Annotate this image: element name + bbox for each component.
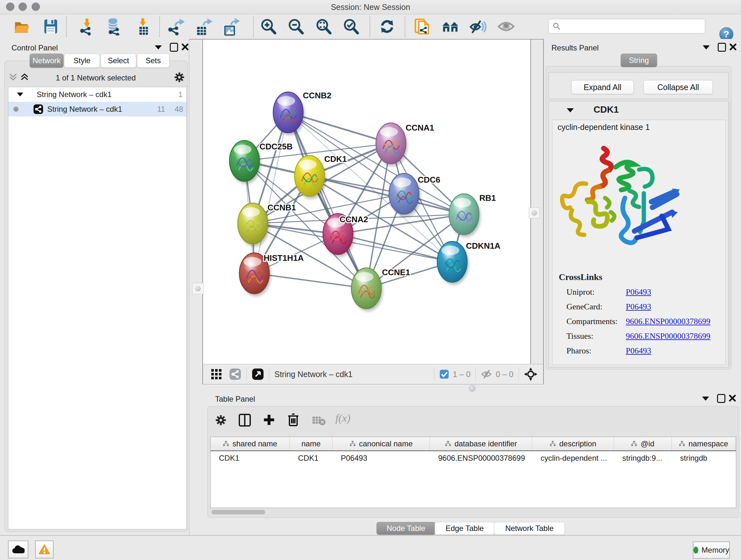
expand-all-button[interactable]: Expand All <box>571 80 634 94</box>
tab-style[interactable]: Style <box>64 54 100 68</box>
column-header-database-identifier[interactable]: database identifier <box>430 437 532 450</box>
table-cell[interactable]: stringdb <box>672 451 736 465</box>
export-network-button[interactable] <box>165 15 188 38</box>
export-image-button[interactable] <box>220 15 243 38</box>
import-network-file-button[interactable] <box>75 15 98 38</box>
edge-CCNB2-HIST1H1A[interactable] <box>254 112 288 273</box>
column-header-description[interactable]: description <box>532 437 614 450</box>
node-CDK1[interactable] <box>294 155 326 199</box>
crosslink-link[interactable]: 9606.ENSP00000378699 <box>626 317 711 326</box>
network-view-icon[interactable] <box>229 368 241 380</box>
table-cell[interactable]: CDK1 <box>290 451 333 465</box>
horizontal-splitter-grip[interactable] <box>469 385 475 392</box>
memory-button[interactable]: Memory <box>693 542 730 559</box>
add-column-icon[interactable] <box>263 414 275 426</box>
warnings-button[interactable] <box>35 541 54 558</box>
zoom-in-button[interactable] <box>257 15 280 38</box>
network-collection-row[interactable]: String Network – cdk1 1 <box>8 87 186 102</box>
crosslink-link[interactable]: P06493 <box>626 287 651 297</box>
string-results-container: Expand All Collapse All CDK1 cyclin-depe… <box>546 66 731 369</box>
show-columns-icon[interactable] <box>239 414 251 427</box>
control-panel: Control Panel Network Style Select Sets … <box>0 39 189 535</box>
table-hscrollbar-thumb[interactable] <box>212 510 265 514</box>
node-CCNB2[interactable] <box>273 92 305 135</box>
column-type-icon <box>549 441 556 447</box>
tab-edge-table[interactable]: Edge Table <box>434 522 495 535</box>
zoom-out-button[interactable] <box>284 15 307 38</box>
node-CCNE1[interactable] <box>351 268 383 311</box>
save-session-button[interactable] <box>39 15 62 38</box>
table-cell[interactable]: CDK1 <box>211 451 290 465</box>
refresh-button[interactable] <box>376 15 399 38</box>
expand-all-icon[interactable] <box>20 72 29 82</box>
delete-column-icon[interactable] <box>287 413 300 427</box>
tab-select[interactable]: Select <box>100 54 136 68</box>
home-button[interactable] <box>439 15 462 38</box>
column-header-shared-name[interactable]: shared name <box>211 437 290 450</box>
table-cell[interactable]: 9606.ENSP00000378699 <box>430 451 532 465</box>
table-cell[interactable]: stringdb:9... <box>614 451 672 465</box>
tab-network[interactable]: Network <box>30 54 64 68</box>
column-header-label: database identifier <box>455 439 517 448</box>
toolbar-separator <box>269 367 269 381</box>
tab-string-results[interactable]: String <box>621 54 657 67</box>
crosslink-link[interactable]: 9606.ENSP00000378699 <box>626 331 711 341</box>
zoom-fit-button[interactable] <box>312 15 335 38</box>
table-settings-gear-icon[interactable] <box>215 414 227 426</box>
tab-sets[interactable]: Sets <box>137 54 170 68</box>
function-builder-button: f(x) <box>335 412 350 424</box>
column-header--id[interactable]: @id <box>614 437 672 450</box>
search-input[interactable] <box>548 19 705 34</box>
collapse-all-button[interactable]: Collapse All <box>643 80 713 94</box>
node-table: shared namenamecanonical namedatabase id… <box>210 437 736 508</box>
crosslink-link[interactable]: P06493 <box>626 346 651 356</box>
network-row-selected[interactable]: String Network – cdk1 11 48 <box>8 102 186 117</box>
table-row[interactable]: CDK1CDK1P064939606.ENSP00000378699cyclin… <box>211 451 736 465</box>
hide-selected-button[interactable] <box>466 15 489 38</box>
network-options-gear-icon[interactable] <box>174 71 185 83</box>
crosslink-link[interactable]: P06493 <box>626 302 651 312</box>
table-panel-float-icon[interactable] <box>717 394 725 403</box>
control-panel-float-icon[interactable] <box>170 43 178 52</box>
toolbar-separator <box>246 367 247 381</box>
results-panel-float-icon[interactable] <box>718 43 726 52</box>
column-header-canonical-name[interactable]: canonical name <box>333 437 430 450</box>
node-label-CCNB2: CCNB2 <box>303 91 332 100</box>
table-cell[interactable]: P06493 <box>333 451 430 465</box>
table-panel-menu-icon[interactable] <box>702 396 709 401</box>
column-header-namespace[interactable]: namespace <box>672 437 736 450</box>
results-panel-close-icon[interactable] <box>729 43 737 51</box>
cloud-status-button[interactable] <box>8 541 28 558</box>
results-scrollbar[interactable] <box>728 101 731 367</box>
edge-HIST1H1A-CCNE1[interactable] <box>254 273 366 288</box>
pan-crosshair-icon[interactable] <box>524 368 537 381</box>
collapse-all-icon[interactable] <box>9 72 17 82</box>
show-all-button[interactable] <box>495 15 518 38</box>
tree-expand-icon[interactable] <box>17 92 23 97</box>
zoom-selected-button[interactable] <box>340 15 362 38</box>
table-panel-close-icon[interactable] <box>729 394 736 402</box>
import-network-database-button[interactable] <box>102 15 125 38</box>
grid-view-icon[interactable] <box>211 368 222 380</box>
tab-network-table[interactable]: Network Table <box>494 522 565 535</box>
birdseye-view-icon[interactable] <box>252 368 264 380</box>
import-table-button[interactable] <box>131 15 154 38</box>
results-panel-menu-icon[interactable] <box>703 45 710 50</box>
control-panel-close-icon[interactable] <box>181 43 189 51</box>
control-panel-menu-icon[interactable] <box>155 45 162 50</box>
open-session-button[interactable] <box>10 15 33 38</box>
clone-network-button[interactable] <box>411 15 434 38</box>
table-cell[interactable]: cyclin-dependent ... <box>532 451 614 465</box>
node-RB1[interactable] <box>449 194 481 237</box>
node-CDC6[interactable] <box>389 173 421 217</box>
gene-collapse-icon[interactable] <box>567 108 574 112</box>
tab-node-table[interactable]: Node Table <box>377 522 435 535</box>
right-splitter-grip[interactable] <box>529 207 540 219</box>
node-CDKN1A[interactable] <box>437 241 469 285</box>
left-splitter-grip[interactable] <box>192 283 204 294</box>
selected-checkbox-icon[interactable] <box>440 369 449 379</box>
zoom-out-icon <box>287 17 305 36</box>
export-table-button[interactable] <box>192 15 215 38</box>
column-header-name[interactable]: name <box>290 437 333 450</box>
node-CCNB1[interactable] <box>238 203 269 246</box>
